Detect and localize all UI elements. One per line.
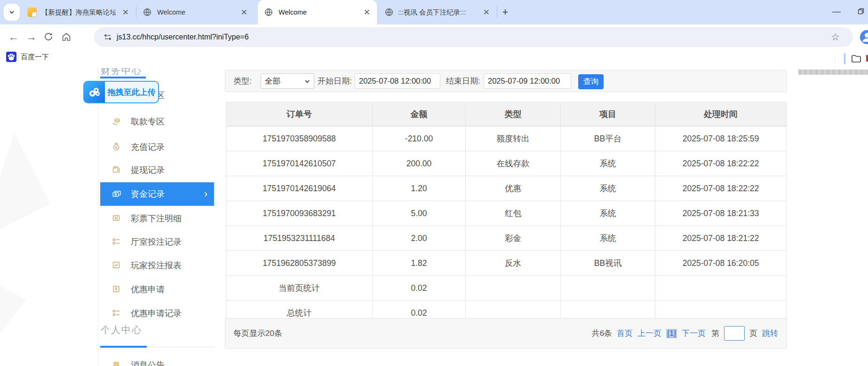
tab-video-records[interactable]: :::视讯 会员下注纪录::: ✕ [379, 0, 495, 24]
profile-avatar[interactable] [859, 29, 868, 47]
sidebar-item-withdraw-zone[interactable]: 取款专区 [100, 110, 214, 133]
cell-order: 1751970142610507 [226, 151, 373, 176]
col-header-time: 处理时间 [655, 102, 787, 126]
site-settings-icon[interactable] [104, 33, 112, 41]
sidebar-item-label: 充值记录 [131, 141, 165, 153]
table-row: 1751970358909588-210.00额度转出BB平台2025-07-0… [226, 126, 787, 151]
minimize-button[interactable]: — [831, 7, 842, 16]
restore-icon [857, 8, 865, 15]
first-page-link[interactable]: 首页 [617, 328, 633, 339]
col-header-project: 项目 [561, 102, 655, 126]
url-text[interactable]: js13.cc/hhcp/usercenter.html?iniType=6 [117, 33, 249, 41]
forward-icon[interactable]: → [26, 24, 37, 49]
prev-page-link[interactable]: 上一页 [637, 328, 661, 339]
sidebar-item-announcements[interactable]: 消息公告 [100, 353, 214, 366]
cell-project: 系统 [561, 176, 655, 201]
tab-divider [136, 7, 136, 18]
sidebar-item-hall-bet-records[interactable]: 厅室投注记录 [100, 230, 214, 254]
cell-amount: 2.00 [373, 226, 466, 251]
close-icon[interactable]: ✕ [122, 8, 129, 17]
bookmark-star-icon[interactable]: ☆ [831, 31, 840, 43]
tab-welcome-active[interactable]: Welcome ✕ [258, 0, 377, 24]
cell-summary-label: 当前页统计 [226, 276, 373, 301]
address-bar[interactable]: js13.cc/hhcp/usercenter.html?iniType=6 ☆ [94, 27, 853, 47]
sidebar-item-label: 取款专区 [131, 116, 165, 127]
col-header-amount: 金额 [373, 102, 466, 126]
table-row: 17519701426190641.20优惠系统2025-07-08 18:22… [226, 176, 787, 201]
money-bag-icon [112, 142, 121, 152]
bookmarks-divider [844, 53, 845, 64]
baidu-paw-icon [6, 51, 17, 62]
cell-amount: -210.00 [373, 126, 466, 151]
cell-amount: 1.82 [373, 251, 466, 276]
clipped-banner-strip [798, 70, 868, 75]
cell-time: 2025-07-08 16:20:05 [655, 251, 787, 276]
col-header-order: 订单号 [226, 102, 373, 126]
jump-page-input[interactable] [724, 326, 745, 341]
type-label: 类型: [233, 70, 252, 92]
tab-forum[interactable]: 【新提醒】海燕策略论坛综合交 ✕ [23, 0, 135, 24]
sidebar-section-finance: 财务中心 [101, 68, 142, 77]
table-footer: 每页显示20条 共6条 首页 上一页 [1] 下一页 第 页 跳转 [225, 318, 787, 349]
sidebar-item-recharge-records[interactable]: 充值记录 [100, 135, 214, 159]
banknotes-icon [112, 189, 121, 199]
cell-project: BB视讯 [561, 251, 655, 276]
current-page[interactable]: [1] [666, 329, 677, 338]
sidebar-item-withdrawal-records[interactable]: 提现记录 [100, 158, 214, 182]
tab-search-button[interactable] [4, 4, 20, 21]
globe-icon [264, 8, 273, 16]
all-bookmarks-folder-icon[interactable] [851, 53, 862, 66]
checklist-icon [112, 237, 121, 247]
close-icon[interactable]: ✕ [483, 8, 490, 17]
tab-welcome-1[interactable]: Welcome ✕ [137, 0, 254, 24]
close-icon[interactable]: ✕ [241, 8, 247, 17]
search-button[interactable]: 查询 [578, 74, 604, 89]
table-row: 1751970142610507200.00在线存款系统2025-07-08 1… [226, 151, 787, 176]
cell-empty [655, 276, 787, 301]
cell-project: 系统 [561, 151, 655, 176]
type-select[interactable]: 全部 [261, 73, 314, 89]
sidebar-section-personal: 个人中心 [101, 324, 142, 336]
upload-overlay-label: 拖拽至此上传 [105, 82, 158, 102]
bookmark-baidu[interactable]: 百度一下 [6, 51, 49, 62]
chevron-down-icon [8, 9, 15, 16]
list-doc-icon [112, 214, 121, 223]
sidebar-item-lottery-bet-detail[interactable]: 彩票下注明细 [100, 207, 214, 230]
reload-icon[interactable] [43, 31, 54, 44]
tab-title: :::视讯 会员下注纪录::: [398, 8, 473, 17]
netdisk-upload-overlay[interactable]: 拖拽至此上传 [83, 81, 159, 103]
close-icon[interactable]: ✕ [364, 8, 370, 17]
sidebar-item-label: 提现记录 [131, 164, 165, 176]
cell-type: 彩金 [466, 226, 561, 251]
browser-toolbar: ← → js13.cc/hhcp/usercenter.html?iniType… [0, 24, 868, 49]
table-header-row: 订单号 金额 类型 项目 处理时间 [226, 102, 787, 126]
start-date-input[interactable] [355, 73, 440, 89]
bookmarks-bar: 百度一下 [0, 49, 868, 69]
sidebar-item-label: 玩家投注报表 [131, 260, 182, 271]
cell-type: 优惠 [466, 176, 561, 201]
checklist-icon [112, 309, 121, 318]
sidebar-item-promo-apply[interactable]: 优惠申请 [100, 278, 214, 301]
maximize-button[interactable] [857, 8, 865, 17]
cell-time: 2025-07-08 18:21:22 [655, 226, 787, 251]
globe-icon [143, 8, 151, 16]
home-icon[interactable] [61, 31, 72, 44]
sidebar-item-label: 彩票下注明细 [131, 213, 182, 224]
col-header-type: 类型 [466, 102, 561, 126]
tab-divider [497, 7, 497, 18]
end-date-input[interactable] [484, 73, 571, 89]
tab-title: 【新提醒】海燕策略论坛综合交 [41, 8, 116, 17]
filter-bar: 类型: 全部 开始日期: 结束日期: 查询 [225, 70, 787, 92]
cell-amount: 200.00 [373, 151, 466, 176]
next-page-link[interactable]: 下一页 [682, 328, 706, 339]
end-date-label: 结束日期: [446, 70, 480, 92]
new-tab-button[interactable]: + [499, 6, 512, 19]
cell-type: 红包 [466, 201, 561, 226]
sidebar-item-fund-records[interactable]: 资金记录 › [100, 182, 214, 206]
sidebar-item-promo-apply-records[interactable]: 优惠申请记录 [100, 302, 214, 325]
back-icon[interactable]: ← [8, 24, 19, 49]
page-size-text: 每页显示20条 [233, 328, 282, 339]
sidebar-item-player-bet-report[interactable]: 玩家投注报表 [100, 254, 214, 277]
cell-order: 1751970142619064 [226, 176, 373, 201]
jump-button[interactable]: 跳转 [762, 328, 778, 339]
